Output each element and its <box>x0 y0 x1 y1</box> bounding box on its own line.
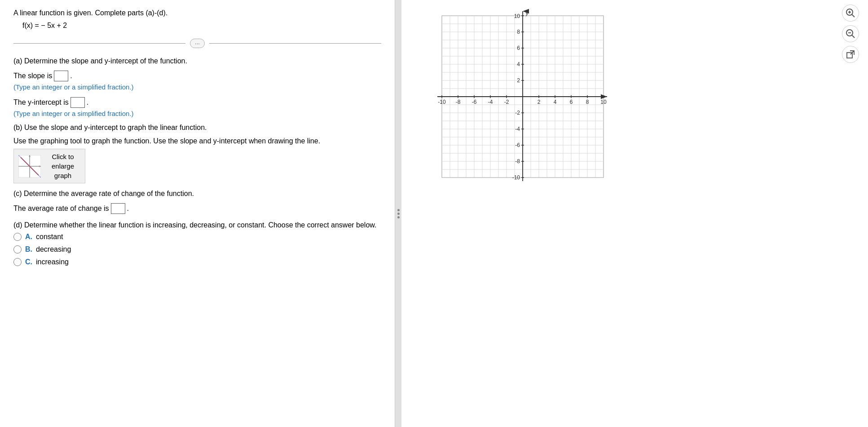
svg-text:6: 6 <box>570 99 573 105</box>
slope-input-box[interactable] <box>54 71 68 81</box>
divider-dots-button[interactable]: ··· <box>190 39 205 48</box>
radio-decreasing[interactable] <box>13 245 22 254</box>
answer-choices: A. constant B. decreasing C. increasing <box>13 233 381 266</box>
svg-text:-2: -2 <box>504 99 509 105</box>
y-axis-label: y <box>525 9 529 16</box>
problem-statement-text: A linear function is given. Complete par… <box>13 9 167 17</box>
yintercept-suffix-text: . <box>87 98 88 107</box>
divider-line-right <box>209 43 381 44</box>
svg-text:6: 6 <box>517 45 520 51</box>
svg-text:8: 8 <box>586 99 589 105</box>
click-enlarge-button[interactable]: Click to enlarge graph <box>13 149 85 183</box>
part-c-label: (c) Determine the average rate of change… <box>13 190 381 198</box>
avg-rate-suffix: . <box>127 205 129 213</box>
choice-b[interactable]: B. decreasing <box>13 245 381 254</box>
divider-dot-2 <box>397 213 400 215</box>
radio-constant[interactable] <box>13 233 22 241</box>
svg-text:8: 8 <box>517 29 520 35</box>
svg-text:2: 2 <box>517 77 520 84</box>
svg-text:-6: -6 <box>472 99 477 105</box>
external-link-icon <box>846 50 855 59</box>
slope-prefix-text: The slope is <box>13 72 52 80</box>
svg-text:10: 10 <box>514 13 520 19</box>
choice-c-letter: C. <box>25 258 32 266</box>
avg-rate-row: The average rate of change is . <box>13 203 381 214</box>
part-b-instruction: Use the graphing tool to graph the funct… <box>13 137 381 145</box>
function-display: f(x) = − 5x + 2 <box>22 22 381 30</box>
avg-rate-input-box[interactable] <box>111 203 125 214</box>
svg-text:-10: -10 <box>438 99 446 105</box>
divider-dot-3 <box>397 216 400 218</box>
section-divider: ··· <box>13 39 381 48</box>
divider-line-left <box>13 43 185 44</box>
yintercept-prefix-text: The y-intercept is <box>13 98 69 107</box>
problem-statement: A linear function is given. Complete par… <box>13 9 381 17</box>
choice-a-letter: A. <box>25 233 32 241</box>
graph-area: -10 -8 -6 -4 -2 2 <box>410 4 859 423</box>
divider-dot-1 <box>397 209 400 211</box>
choice-c-text: increasing <box>36 258 69 266</box>
svg-text:4: 4 <box>554 99 557 105</box>
svg-line-94 <box>852 14 855 17</box>
divider-dots-visual <box>397 209 400 218</box>
enlarge-button-label: Click to enlarge graph <box>45 152 80 180</box>
coord-grid-wrapper: -10 -8 -6 -4 -2 2 <box>415 7 859 205</box>
external-link-button[interactable] <box>842 46 859 63</box>
yintercept-row: The y-intercept is . <box>13 97 381 108</box>
svg-text:-2: -2 <box>515 110 520 116</box>
coordinate-grid-svg: -10 -8 -6 -4 -2 2 <box>415 7 608 205</box>
svg-text:-4: -4 <box>515 126 520 132</box>
zoom-out-icon <box>846 29 855 39</box>
choice-a[interactable]: A. constant <box>13 233 381 241</box>
right-panel: -10 -8 -6 -4 -2 2 <box>401 0 868 427</box>
choice-b-letter: B. <box>25 245 32 254</box>
zoom-in-icon <box>846 8 855 18</box>
part-a-label: (a) Determine the slope and y-intercept … <box>13 57 381 65</box>
slope-hint[interactable]: (Type an integer or a simplified fractio… <box>13 83 381 91</box>
avg-rate-prefix: The average rate of change is <box>13 205 109 213</box>
function-label: f(x) = − 5x + 2 <box>22 22 67 29</box>
yintercept-hint[interactable]: (Type an integer or a simplified fractio… <box>13 110 381 117</box>
slope-row: The slope is . <box>13 71 381 81</box>
zoom-out-button[interactable] <box>842 25 859 42</box>
mini-graph-thumbnail <box>18 155 41 178</box>
svg-text:-8: -8 <box>456 99 461 105</box>
svg-text:-10: -10 <box>512 174 520 181</box>
svg-text:-4: -4 <box>488 99 493 105</box>
part-d-label: (d) Determine whether the linear functio… <box>13 221 381 229</box>
svg-text:4: 4 <box>517 61 520 67</box>
choice-a-text: constant <box>36 233 63 241</box>
graph-controls <box>842 4 859 63</box>
slope-suffix-text: . <box>70 72 72 80</box>
svg-text:10: 10 <box>600 99 607 105</box>
svg-line-97 <box>852 35 855 38</box>
svg-text:-8: -8 <box>515 158 520 165</box>
graph-tool-section: Use the graphing tool to graph the funct… <box>13 137 381 183</box>
svg-text:-6: -6 <box>515 142 520 148</box>
choice-b-text: decreasing <box>36 245 71 254</box>
part-b-label: (b) Use the slope and y-intercept to gra… <box>13 124 381 132</box>
radio-increasing[interactable] <box>13 258 22 266</box>
svg-text:2: 2 <box>538 99 541 105</box>
choice-c[interactable]: C. increasing <box>13 258 381 266</box>
left-panel: A linear function is given. Complete par… <box>0 0 395 427</box>
zoom-in-button[interactable] <box>842 4 859 22</box>
panel-resize-handle[interactable] <box>395 0 401 427</box>
mini-graph-svg <box>18 155 41 178</box>
yintercept-input-box[interactable] <box>70 97 85 108</box>
